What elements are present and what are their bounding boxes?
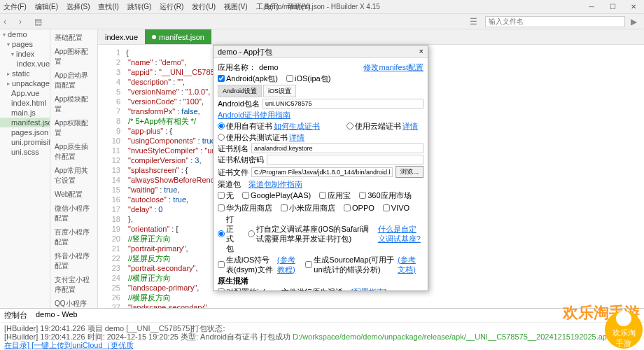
custom-base-link[interactable]: 什么是自定义调试基座? xyxy=(378,224,424,244)
radio-cloud-cert[interactable] xyxy=(346,122,354,130)
pack-dialog: demo - App打包 × 应用名称：demo修改manifest配置 And… xyxy=(213,45,428,291)
tab-ios-settings[interactable]: iOS设置 xyxy=(263,85,296,97)
modify-manifest-link[interactable]: 修改manifest配置 xyxy=(363,62,424,72)
console-tab-web[interactable]: demo - Web xyxy=(36,310,78,321)
file-explorer: ▾demo ▾pages ▾index index.vue ▸static ▸u… xyxy=(0,29,50,308)
conf-perm[interactable]: App权限配置 xyxy=(50,116,97,140)
tree-item[interactable]: ▸unpackage xyxy=(0,78,50,88)
menu-file[interactable]: 文件(F) xyxy=(4,2,27,12)
conf-splash[interactable]: App启动界面配置 xyxy=(50,69,97,92)
console-line: [HBuilder] 19:20:41.226 时间: 2024-12-15 1… xyxy=(4,332,293,341)
ch-360[interactable] xyxy=(359,192,366,199)
conf-native[interactable]: App原生插件配置 xyxy=(50,140,97,164)
conf-module[interactable]: App模块配置 xyxy=(50,92,97,116)
tree-item[interactable]: ▾index xyxy=(0,49,50,59)
conf-wechat[interactable]: 微信小程序配置 xyxy=(50,202,97,225)
channel-guide-link[interactable]: 渠道包制作指南 xyxy=(248,179,302,189)
tree-item[interactable]: ▾pages xyxy=(0,39,50,49)
dialog-titlebar: demo - App打包 × xyxy=(214,46,428,58)
dialog-title: demo - App打包 xyxy=(218,47,272,56)
ch-vivo[interactable] xyxy=(383,204,390,211)
minimize-icon[interactable]: ─ xyxy=(581,0,602,14)
appname-value: demo xyxy=(259,62,279,72)
conf-basic[interactable]: 基础配置 xyxy=(50,31,97,45)
conf-other[interactable]: App常用其它设置 xyxy=(50,164,97,188)
menu-view[interactable]: 视图(V) xyxy=(224,2,247,12)
tree-item[interactable]: ▸static xyxy=(0,69,50,78)
menu-publish[interactable]: 发行(U) xyxy=(192,2,216,12)
android-apk-checkbox[interactable] xyxy=(218,75,225,82)
tree-item[interactable]: index.html xyxy=(0,98,50,108)
tab-android-settings[interactable]: Android设置 xyxy=(218,85,262,97)
folder-icon[interactable]: ▤ xyxy=(34,17,44,27)
tree-item[interactable]: uni.scss xyxy=(0,147,50,157)
pkg-label: Android包名 xyxy=(218,99,260,108)
maximize-icon[interactable]: ☐ xyxy=(602,0,623,14)
ch-yyb[interactable] xyxy=(319,192,326,199)
radio-own-cert[interactable] xyxy=(218,122,225,130)
console-tab[interactable]: 控制台 xyxy=(4,310,27,321)
ch-none[interactable] xyxy=(218,192,225,199)
browse-button[interactable]: 浏览... xyxy=(396,166,424,178)
project-root[interactable]: ▾demo xyxy=(0,29,50,39)
search-input[interactable] xyxy=(485,16,625,27)
conf-qq[interactable]: QQ小程序配置 xyxy=(50,297,97,308)
upload-link[interactable]: [一键上传到uniCloud（更优质 xyxy=(31,341,133,349)
file-label: 证书文件 xyxy=(218,167,248,177)
ch-xiaomi[interactable] xyxy=(281,204,288,211)
conf-douyin[interactable]: 抖音小程序配置 xyxy=(50,249,97,273)
file-input[interactable] xyxy=(251,167,393,177)
conf-baidu[interactable]: 百度小程序配置 xyxy=(50,225,97,249)
badge-icon: 欢乐淘手游 xyxy=(605,311,643,349)
dialog-close-icon[interactable]: × xyxy=(419,47,424,56)
close-icon[interactable]: ✕ xyxy=(623,0,644,14)
menu-edit[interactable]: 编辑(E) xyxy=(35,2,58,12)
native-guide-link[interactable]: [配置指南] xyxy=(351,287,386,291)
modified-dot-icon xyxy=(152,35,156,39)
ch-google[interactable] xyxy=(242,192,249,199)
ios-ipa-checkbox[interactable] xyxy=(286,75,293,82)
console: 控制台 demo - Web [HBuilder] 19:20:41.226 项… xyxy=(0,308,644,350)
config-panel: 基础配置 App图标配置 App启动界面配置 App模块配置 App权限配置 A… xyxy=(50,29,98,308)
alias-input[interactable] xyxy=(251,144,424,153)
preview-icon[interactable]: ▶ xyxy=(631,17,640,27)
gen-cert-link[interactable]: 如何生成证书 xyxy=(274,121,320,131)
radio-custom-base[interactable] xyxy=(248,230,255,237)
native-obfuscate-checkbox[interactable] xyxy=(218,288,225,291)
cloud-cert-link[interactable]: 详情 xyxy=(402,121,418,131)
conf-alipay[interactable]: 支付宝小程序配置 xyxy=(50,273,97,297)
conf-icon[interactable]: App图标配置 xyxy=(50,45,97,69)
console-line: [HBuilder] 19:20:41.226 项目 demo [__UNI__… xyxy=(4,324,225,332)
menu-select[interactable]: 选择(S) xyxy=(66,2,90,12)
menu-run[interactable]: 运行(R) xyxy=(160,2,183,12)
tree-item-selected[interactable]: manifest.json xyxy=(0,118,50,127)
console-path: D:/workspace/demo/demo/unpackage/release… xyxy=(293,332,610,341)
pwd-input[interactable] xyxy=(267,155,424,164)
appname-label: 应用名称： xyxy=(218,62,256,72)
toolbar: ‹ › ▤ ☰ ▶ xyxy=(0,14,644,29)
editor-tabs: index.vue manifest.json xyxy=(98,29,644,45)
gen-sourcemap-checkbox[interactable] xyxy=(305,261,312,268)
tree-item[interactable]: pages.json xyxy=(0,127,50,137)
cert-guide-link[interactable]: Android证书使用指南 xyxy=(218,110,290,120)
nav-back-icon[interactable]: ‹ xyxy=(4,17,13,27)
menu-find[interactable]: 查找(I) xyxy=(98,2,118,12)
radio-release[interactable] xyxy=(218,230,225,237)
conf-web[interactable]: Web配置 xyxy=(50,188,97,202)
tree-item[interactable]: index.vue xyxy=(0,59,50,69)
ch-huawei[interactable] xyxy=(218,204,225,211)
tab-index[interactable]: index.vue xyxy=(98,29,145,44)
gen-dsym-checkbox[interactable] xyxy=(218,261,225,268)
tree-item[interactable]: main.js xyxy=(0,108,50,118)
menu-goto[interactable]: 跳转(G) xyxy=(127,2,151,12)
ch-oppo[interactable] xyxy=(344,204,351,211)
nav-fwd-icon[interactable]: › xyxy=(19,17,29,27)
dsym-doc-link[interactable]: (参考教程) xyxy=(277,255,297,274)
test-cert-link[interactable]: 详情 xyxy=(289,132,304,142)
pkg-input[interactable] xyxy=(262,99,424,108)
tab-manifest[interactable]: manifest.json xyxy=(145,29,211,44)
tree-item[interactable]: uni.promisify.a... xyxy=(0,137,50,147)
sourcemap-doc-link[interactable]: (参考文档) xyxy=(398,255,418,274)
radio-test-cert[interactable] xyxy=(218,134,225,141)
tree-item[interactable]: App.vue xyxy=(0,88,50,98)
